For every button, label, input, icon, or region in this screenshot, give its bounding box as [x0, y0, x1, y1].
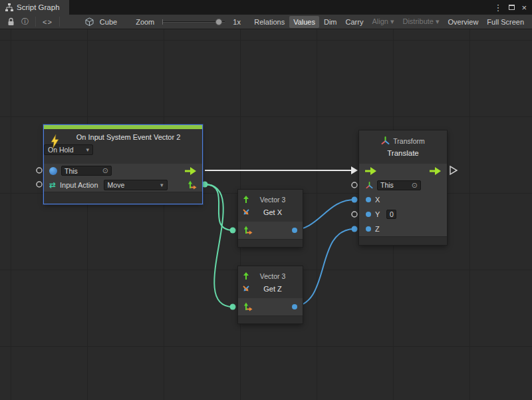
getx-name: Get X — [253, 208, 299, 216]
input-action-dropdown[interactable]: Move ▾ — [104, 180, 168, 190]
object-picker-icon[interactable]: ⊙ — [412, 181, 418, 190]
port-getx-input[interactable] — [230, 228, 236, 234]
getx-footer — [238, 239, 303, 247]
event-node-header: On Input System Event Vector 2 On Hold ▾ — [44, 129, 202, 164]
node-vector3-get-z[interactable]: Vector 3 Get Z — [238, 266, 303, 323]
port-getz-input[interactable] — [230, 304, 236, 310]
y-input-port[interactable] — [366, 212, 371, 217]
align-button[interactable]: Align ▾ — [368, 15, 398, 28]
code-preview-icon[interactable]: <> — [39, 18, 56, 26]
cube-object-icon — [82, 17, 97, 26]
transform-icon — [381, 136, 390, 145]
node-on-input-system-event[interactable]: On Input System Event Vector 2 On Hold ▾… — [44, 125, 202, 204]
node-transform-translate[interactable]: Transform Translate — [359, 130, 447, 245]
wire-exec-arrowhead — [351, 166, 358, 174]
vector3-icon — [242, 196, 250, 204]
translate-z-row: Z — [359, 222, 447, 236]
vector-input-icon[interactable] — [243, 226, 253, 235]
getz-header: Vector 3 Get Z — [238, 266, 303, 298]
event-node-title: On Input System Event Vector 2 — [44, 129, 202, 141]
graph-canvas[interactable]: On Input System Event Vector 2 On Hold ▾… — [0, 29, 532, 400]
y-value-field[interactable]: 0 — [386, 210, 396, 219]
zoom-slider-handle[interactable] — [215, 19, 222, 25]
tab-bar: Script Graph ⋮ × — [0, 0, 532, 15]
translate-footer — [359, 236, 447, 245]
translate-y-row: Y 0 — [359, 207, 447, 222]
getx-category: Vector 3 — [253, 196, 299, 204]
z-port-label: Z — [375, 225, 380, 233]
wire-vector2-to-getx[interactable] — [205, 184, 233, 230]
event-node-footer — [44, 192, 202, 204]
translate-this-label: This — [380, 181, 394, 189]
port-event-this-input[interactable] — [37, 182, 42, 187]
x-input-port[interactable] — [366, 197, 371, 202]
toolbar-separator — [35, 17, 36, 27]
event-this-field[interactable]: This ⊙ — [61, 166, 112, 176]
kebab-menu-icon[interactable]: ⋮ — [493, 3, 502, 12]
port-event-exec-input[interactable] — [37, 168, 42, 173]
getz-footer — [238, 315, 303, 323]
overview-button[interactable]: Overview — [444, 16, 483, 28]
get-component-icon — [242, 208, 250, 216]
wire-vector2-to-getz[interactable] — [205, 184, 233, 307]
translate-header: Transform Translate — [359, 130, 447, 164]
translate-name: Translate — [359, 147, 447, 160]
input-action-label: Input Action — [60, 181, 98, 189]
port-translate-x-input[interactable] — [352, 197, 358, 203]
object-picker-icon[interactable]: ⊙ — [102, 166, 108, 175]
float-output-port[interactable] — [292, 304, 297, 309]
port-translate-exec-output[interactable] — [450, 166, 457, 174]
tabbar-spacer — [69, 0, 494, 15]
vector2-output-icon[interactable] — [188, 180, 197, 190]
game-object-icon — [49, 167, 57, 175]
lightning-icon — [51, 134, 59, 150]
translate-this-row: This ⊙ — [359, 178, 447, 192]
getz-port-row — [238, 298, 303, 315]
tab-title: Script Graph — [17, 3, 60, 11]
carry-button[interactable]: Carry — [342, 16, 368, 28]
float-output-port[interactable] — [292, 228, 297, 233]
toolbar-buttons: Relations Values Dim Carry Align ▾ Distr… — [250, 15, 528, 28]
translate-this-field[interactable]: This ⊙ — [377, 180, 421, 190]
values-button[interactable]: Values — [289, 16, 319, 28]
fullscreen-button[interactable]: Full Screen — [483, 16, 528, 28]
target-object-label[interactable]: Cube — [100, 18, 117, 26]
port-vector2-output[interactable] — [202, 182, 208, 188]
event-input-action-row: ⇄ Input Action Move ▾ — [44, 178, 202, 192]
exec-output-arrow-icon[interactable] — [184, 167, 197, 175]
zoom-label: Zoom — [136, 18, 154, 26]
dim-button[interactable]: Dim — [320, 16, 341, 28]
exec-input-arrow-icon[interactable] — [364, 167, 377, 175]
zoom-slider-tick — [162, 19, 163, 25]
node-vector3-get-x[interactable]: Vector 3 Get X — [238, 190, 303, 247]
getx-port-row — [238, 222, 303, 239]
y-port-label: Y — [375, 210, 380, 218]
translate-x-row: X — [359, 192, 447, 207]
tab-script-graph[interactable]: Script Graph — [0, 0, 69, 15]
distribute-button[interactable]: Distribute ▾ — [398, 15, 443, 28]
toolbar-separator — [59, 17, 60, 27]
vector-input-icon[interactable] — [243, 302, 253, 311]
maximize-icon[interactable] — [509, 5, 515, 10]
lock-icon[interactable] — [4, 17, 18, 26]
script-graph-window: Script Graph ⋮ × ⓘ <> Cube Zoom — [0, 0, 532, 400]
getz-category: Vector 3 — [253, 272, 299, 280]
exec-output-arrow-icon[interactable] — [429, 167, 442, 175]
port-translate-y-input[interactable] — [352, 212, 357, 217]
input-action-icon: ⇄ — [49, 181, 56, 189]
zoom-slider[interactable] — [162, 21, 225, 23]
event-node-rows: This ⊙ ⇄ Input Action Move ▾ — [44, 164, 202, 192]
info-icon[interactable]: ⓘ — [18, 17, 32, 27]
chevron-down-icon: ▾ — [86, 146, 89, 153]
event-this-row: This ⊙ — [44, 164, 202, 178]
z-input-port[interactable] — [366, 226, 371, 232]
port-translate-this-input[interactable] — [352, 182, 357, 188]
zoom-value: 1x — [233, 18, 241, 26]
close-icon[interactable]: × — [521, 3, 527, 12]
relations-button[interactable]: Relations — [250, 16, 289, 28]
vector3-icon — [242, 272, 250, 280]
getz-name: Get Z — [253, 285, 299, 293]
script-graph-icon — [5, 3, 13, 11]
port-translate-z-input[interactable] — [352, 226, 358, 232]
chevron-down-icon: ▾ — [160, 182, 164, 188]
